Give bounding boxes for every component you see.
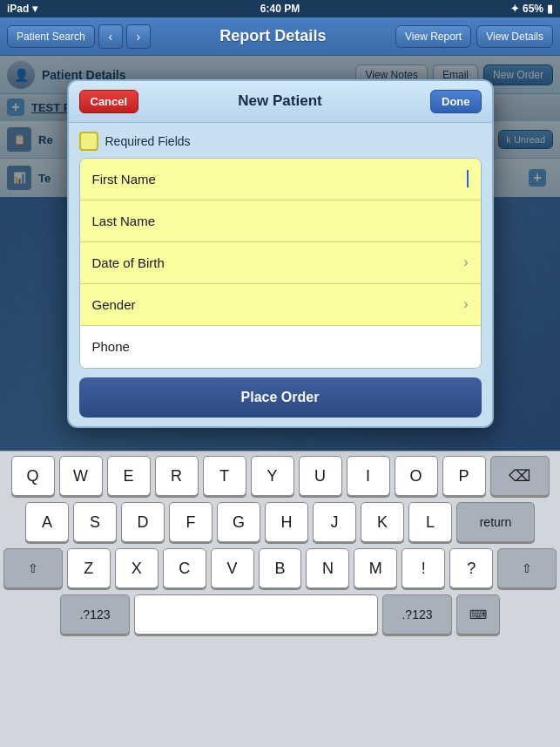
text-cursor xyxy=(467,170,469,187)
key-t[interactable]: T xyxy=(203,456,246,496)
gender-field[interactable]: Gender › xyxy=(80,284,481,326)
battery-label: 65% xyxy=(523,3,543,15)
keyboard-row-2: A S D F G H J K L return xyxy=(0,498,560,544)
space-key[interactable] xyxy=(134,594,378,635)
status-bar: iPad ▾ 6:40 PM ✦ 65% ▮ xyxy=(0,0,560,17)
key-p[interactable]: P xyxy=(442,456,486,496)
keyboard-row-3: ⇧ Z X C V B N M ! ? ⇧ xyxy=(0,544,560,590)
date-of-birth-label: Date of Birth xyxy=(92,255,464,270)
key-i[interactable]: I xyxy=(347,456,390,496)
last-name-label: Last Name xyxy=(92,214,469,228)
keyboard-area: Q W E R T Y U I O P ⌫ A S D F G H J K L … xyxy=(0,451,560,747)
view-details-button[interactable]: View Details xyxy=(476,25,553,48)
emoji-key[interactable]: ⌨ xyxy=(456,594,500,635)
key-q[interactable]: Q xyxy=(11,456,55,496)
key-h[interactable]: H xyxy=(265,502,308,542)
back-button[interactable]: ‹ xyxy=(98,24,123,49)
key-u[interactable]: U xyxy=(299,456,342,496)
keyboard-row-4: .?123 .?123 ⌨ xyxy=(0,590,560,636)
key-z[interactable]: Z xyxy=(67,548,111,588)
gender-label: Gender xyxy=(92,297,464,312)
keyboard-row-1: Q W E R T Y U I O P ⌫ xyxy=(0,452,560,498)
backspace-key[interactable]: ⌫ xyxy=(490,456,550,496)
new-patient-modal: Cancel New Patient Done Required Fields … xyxy=(67,79,494,428)
date-of-birth-chevron-icon: › xyxy=(463,255,468,270)
shift-key[interactable]: ⇧ xyxy=(3,548,63,588)
key-v[interactable]: V xyxy=(211,548,254,588)
key-w[interactable]: W xyxy=(59,456,103,496)
modal-body: Required Fields First Name Last Name Dat… xyxy=(69,123,492,426)
first-name-label: First Name xyxy=(92,172,467,187)
phone-field[interactable]: Phone xyxy=(80,326,481,368)
required-fields-checkbox[interactable] xyxy=(79,132,98,151)
key-c[interactable]: C xyxy=(163,548,206,588)
key-l[interactable]: L xyxy=(408,502,452,542)
key-x[interactable]: X xyxy=(115,548,159,588)
nav-right-buttons: View Report View Details xyxy=(395,25,553,48)
date-of-birth-field[interactable]: Date of Birth › xyxy=(80,242,481,284)
nav-title: Report Details xyxy=(219,27,326,45)
first-name-field[interactable]: First Name xyxy=(80,159,481,200)
key-question[interactable]: ? xyxy=(449,548,493,588)
phone-label: Phone xyxy=(92,339,469,354)
key-y[interactable]: Y xyxy=(251,456,294,496)
cancel-button[interactable]: Cancel xyxy=(79,90,139,113)
battery-icon: ▮ xyxy=(547,3,553,15)
num-right-key[interactable]: .?123 xyxy=(382,594,452,635)
nav-arrow-group: ‹ › xyxy=(98,24,151,49)
modal-header: Cancel New Patient Done xyxy=(69,81,492,123)
key-s[interactable]: S xyxy=(73,502,117,542)
num-left-key[interactable]: .?123 xyxy=(60,594,130,635)
wifi-icon: ▾ xyxy=(32,3,37,15)
modal-title: New Patient xyxy=(238,92,321,110)
key-r[interactable]: R xyxy=(155,456,199,496)
status-time: 6:40 PM xyxy=(260,3,300,15)
form-container: First Name Last Name Date of Birth › Gen… xyxy=(79,158,482,369)
key-m[interactable]: M xyxy=(354,548,397,588)
key-o[interactable]: O xyxy=(395,456,438,496)
key-k[interactable]: K xyxy=(361,502,404,542)
modal-overlay: Cancel New Patient Done Required Fields … xyxy=(0,56,560,451)
nav-bar: Patient Search ‹ › Report Details View R… xyxy=(0,17,560,56)
bluetooth-icon: ✦ xyxy=(510,3,519,15)
required-fields-label: Required Fields xyxy=(105,134,191,148)
key-exclaim[interactable]: ! xyxy=(401,548,445,588)
ipad-label: iPad xyxy=(7,3,29,15)
key-j[interactable]: J xyxy=(313,502,356,542)
gender-chevron-icon: › xyxy=(463,296,468,312)
key-a[interactable]: A xyxy=(25,502,69,542)
key-d[interactable]: D xyxy=(121,502,165,542)
shift-right-key[interactable]: ⇧ xyxy=(497,548,557,588)
key-n[interactable]: N xyxy=(306,548,349,588)
patient-search-button[interactable]: Patient Search xyxy=(7,25,95,48)
forward-button[interactable]: › xyxy=(126,24,151,49)
key-b[interactable]: B xyxy=(259,548,302,588)
last-name-field[interactable]: Last Name xyxy=(80,200,481,242)
done-button[interactable]: Done xyxy=(430,90,482,113)
place-order-button[interactable]: Place Order xyxy=(79,377,482,418)
key-e[interactable]: E xyxy=(107,456,151,496)
status-left: iPad ▾ xyxy=(7,3,37,15)
return-key[interactable]: return xyxy=(456,502,535,542)
key-f[interactable]: F xyxy=(169,502,213,542)
view-report-button[interactable]: View Report xyxy=(395,25,471,48)
required-fields-row: Required Fields xyxy=(79,132,482,151)
status-right: ✦ 65% ▮ xyxy=(510,3,553,15)
key-g[interactable]: G xyxy=(217,502,260,542)
